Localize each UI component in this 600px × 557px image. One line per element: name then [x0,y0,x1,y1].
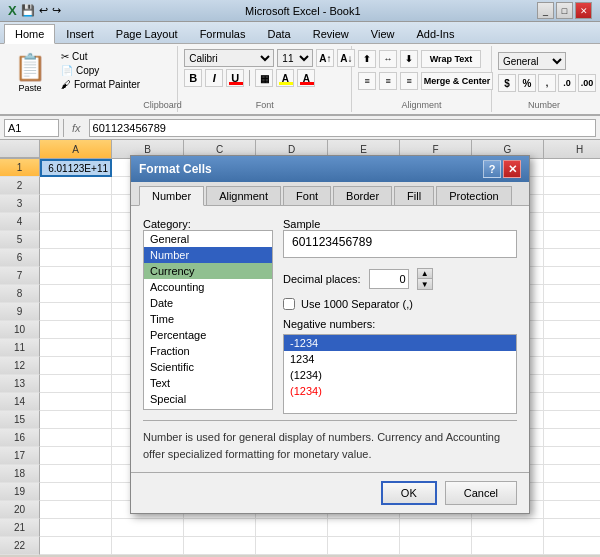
cell[interactable] [544,159,600,177]
cell[interactable] [40,195,112,213]
cell[interactable] [544,375,600,393]
category-text[interactable]: Text [144,375,272,391]
row-header-9[interactable]: 9 [0,303,40,321]
cell[interactable] [40,249,112,267]
undo-icon[interactable]: ↩ [39,4,48,17]
cell[interactable] [112,537,184,555]
tab-view[interactable]: View [360,24,406,43]
italic-btn[interactable]: I [205,69,223,87]
restore-btn[interactable]: □ [556,2,573,19]
decimal-spinner[interactable]: ▲ ▼ [417,268,433,290]
window-controls[interactable]: _ □ ✕ [537,2,592,19]
font-size-select[interactable]: 11 [277,49,313,67]
cell[interactable] [256,537,328,555]
cell[interactable] [40,267,112,285]
tab-data[interactable]: Data [256,24,301,43]
neg-option-3[interactable]: (1234) [284,367,516,383]
dialog-close-btn[interactable]: ✕ [503,160,521,178]
decimal-spin-down[interactable]: ▼ [418,279,432,289]
cell[interactable] [184,537,256,555]
category-number[interactable]: Number [144,247,272,263]
row-header-1[interactable]: 1 [0,159,40,177]
align-right-btn[interactable]: ≡ [400,72,418,90]
tab-home[interactable]: Home [4,24,55,44]
cell[interactable] [544,501,600,519]
tab-review[interactable]: Review [302,24,360,43]
category-fraction[interactable]: Fraction [144,343,272,359]
align-bottom-btn[interactable]: ⬇ [400,50,418,68]
row-header-17[interactable]: 17 [0,447,40,465]
cell[interactable] [544,357,600,375]
cell[interactable] [544,429,600,447]
currency-btn[interactable]: $ [498,74,516,92]
row-header-8[interactable]: 8 [0,285,40,303]
cell[interactable] [328,519,400,537]
tab-add-ins[interactable]: Add-Ins [405,24,465,43]
tab-formulas[interactable]: Formulas [189,24,257,43]
cell[interactable] [472,537,544,555]
cell[interactable] [40,393,112,411]
number-format-select[interactable]: General [498,52,566,70]
dialog-tab-font[interactable]: Font [283,186,331,205]
fill-color-btn[interactable]: A [276,69,294,87]
category-date[interactable]: Date [144,295,272,311]
category-accounting[interactable]: Accounting [144,279,272,295]
cell[interactable] [40,303,112,321]
cell[interactable] [40,519,112,537]
neg-option-1[interactable]: -1234 [284,335,516,351]
row-header-20[interactable]: 20 [0,501,40,519]
separator-checkbox[interactable] [283,298,295,310]
col-header-H[interactable]: H [544,140,600,158]
format-painter-button[interactable]: 🖌 Format Painter [58,78,143,91]
tab-page-layout[interactable]: Page Layout [105,24,189,43]
cell[interactable] [184,519,256,537]
row-header-2[interactable]: 2 [0,177,40,195]
category-currency[interactable]: Currency [144,263,272,279]
cell[interactable] [544,519,600,537]
row-header-15[interactable]: 15 [0,411,40,429]
cell[interactable] [400,519,472,537]
cell[interactable] [112,519,184,537]
category-time[interactable]: Time [144,311,272,327]
cell[interactable] [544,393,600,411]
cell[interactable] [40,501,112,519]
decimal-spin-up[interactable]: ▲ [418,269,432,279]
cell[interactable] [544,411,600,429]
decimal-input[interactable] [369,269,409,289]
dialog-tab-alignment[interactable]: Alignment [206,186,281,205]
cell[interactable] [40,537,112,555]
ok-button[interactable]: OK [381,481,437,505]
dialog-tab-border[interactable]: Border [333,186,392,205]
close-btn[interactable]: ✕ [575,2,592,19]
neg-option-4[interactable]: (1234) [284,383,516,399]
copy-button[interactable]: 📄 Copy [58,64,143,77]
col-header-A[interactable]: A [40,140,112,158]
dialog-tab-number[interactable]: Number [139,186,204,206]
cell[interactable] [40,213,112,231]
cell[interactable] [40,465,112,483]
cell[interactable] [40,339,112,357]
cell[interactable] [544,213,600,231]
cancel-button[interactable]: Cancel [445,481,517,505]
align-left-btn[interactable]: ≡ [358,72,376,90]
cell[interactable] [544,339,600,357]
formula-input[interactable] [89,119,596,137]
format-cells-dialog[interactable]: Format Cells ? ✕ Number Alignment Font B… [130,155,530,514]
minimize-btn[interactable]: _ [537,2,554,19]
merge-btn[interactable]: Merge & Center [421,72,493,90]
cell[interactable] [544,447,600,465]
row-header-11[interactable]: 11 [0,339,40,357]
cell[interactable] [328,537,400,555]
row-header-12[interactable]: 12 [0,357,40,375]
row-header-19[interactable]: 19 [0,483,40,501]
cell[interactable] [40,411,112,429]
row-header-10[interactable]: 10 [0,321,40,339]
row-header-22[interactable]: 22 [0,537,40,555]
category-general[interactable]: General [144,231,272,247]
align-top-btn[interactable]: ⬆ [358,50,376,68]
dialog-help-btn[interactable]: ? [483,160,501,178]
font-name-select[interactable]: Calibri [184,49,274,67]
row-header-4[interactable]: 4 [0,213,40,231]
cell[interactable] [40,447,112,465]
cell[interactable]: 6.01123E+11 [40,159,112,177]
